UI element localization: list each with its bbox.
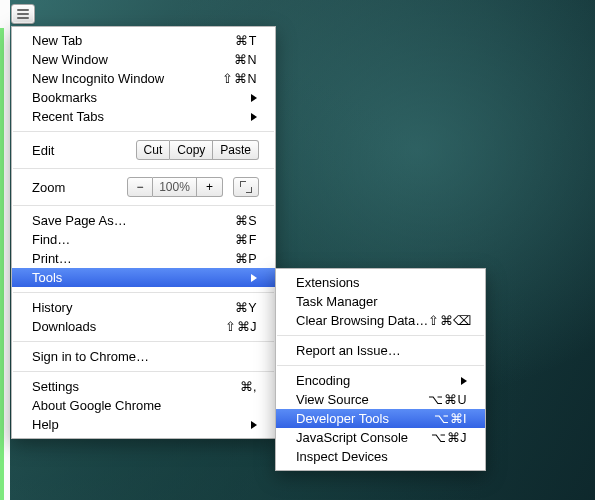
menu-item-bookmarks[interactable]: Bookmarks [12,88,275,107]
chevron-right-icon [251,421,257,429]
menu-item-print[interactable]: Print… ⌘P [12,249,275,268]
shortcut: ⌥⌘U [428,392,467,407]
chevron-right-icon [251,274,257,282]
label: About Google Chrome [32,398,257,413]
shortcut: ⌘Y [235,300,257,315]
edit-button-group: Cut Copy Paste [136,140,259,160]
submenu-item-extensions[interactable]: Extensions [276,273,485,292]
menu-item-help[interactable]: Help [12,415,275,434]
cut-button[interactable]: Cut [136,140,171,160]
label: Report an Issue… [296,343,467,358]
label: Bookmarks [32,90,251,105]
menu-separator [13,168,274,169]
shortcut: ⌥⌘I [434,411,467,426]
menu-item-sign-in[interactable]: Sign in to Chrome… [12,347,275,366]
copy-button[interactable]: Copy [170,140,213,160]
menu-item-find[interactable]: Find… ⌘F [12,230,275,249]
label: Find… [32,232,235,247]
shortcut: ⇧⌘N [222,71,257,86]
label: Task Manager [296,294,467,309]
label: Tools [32,270,251,285]
label: Zoom [32,180,127,195]
label: New Window [32,52,234,67]
label: Settings [32,379,240,394]
chevron-right-icon [461,377,467,385]
label: Help [32,417,251,432]
zoom-level: 100% [153,177,197,197]
shortcut: ⌘N [234,52,257,67]
menu-separator [13,341,274,342]
fullscreen-icon [241,182,251,192]
label: New Incognito Window [32,71,222,86]
menu-separator [13,292,274,293]
shortcut: ⌘, [240,379,257,394]
label: Inspect Devices [296,449,467,464]
label: Extensions [296,275,467,290]
chevron-right-icon [251,113,257,121]
menu-item-tools[interactable]: Tools [12,268,275,287]
chrome-main-menu: New Tab ⌘T New Window ⌘N New Incognito W… [11,26,276,439]
label: JavaScript Console [296,430,431,445]
submenu-item-encoding[interactable]: Encoding [276,371,485,390]
menu-separator [13,371,274,372]
label: Sign in to Chrome… [32,349,257,364]
submenu-item-view-source[interactable]: View Source ⌥⌘U [276,390,485,409]
submenu-item-inspect-devices[interactable]: Inspect Devices [276,447,485,466]
chrome-menu-button[interactable] [11,4,35,24]
label: Developer Tools [296,411,434,426]
shortcut: ⌘F [235,232,257,247]
menu-item-history[interactable]: History ⌘Y [12,298,275,317]
menu-separator [277,335,484,336]
label: Edit [32,143,136,158]
shortcut: ⇧⌘⌫ [428,313,472,328]
label: Clear Browsing Data… [296,313,428,328]
menu-item-save-page[interactable]: Save Page As… ⌘S [12,211,275,230]
label: History [32,300,235,315]
label: View Source [296,392,428,407]
submenu-item-clear-browsing-data[interactable]: Clear Browsing Data… ⇧⌘⌫ [276,311,485,330]
menu-item-new-tab[interactable]: New Tab ⌘T [12,31,275,50]
label: New Tab [32,33,235,48]
submenu-item-javascript-console[interactable]: JavaScript Console ⌥⌘J [276,428,485,447]
menu-row-edit: Edit Cut Copy Paste [12,137,275,163]
menu-item-recent-tabs[interactable]: Recent Tabs [12,107,275,126]
menu-item-new-window[interactable]: New Window ⌘N [12,50,275,69]
shortcut: ⌘T [235,33,257,48]
label: Downloads [32,319,225,334]
label: Save Page As… [32,213,235,228]
chevron-right-icon [251,94,257,102]
paste-button[interactable]: Paste [213,140,259,160]
menu-separator [277,365,484,366]
tools-submenu: Extensions Task Manager Clear Browsing D… [275,268,486,471]
menu-item-settings[interactable]: Settings ⌘, [12,377,275,396]
menu-row-zoom: Zoom − 100% + [12,174,275,200]
zoom-in-button[interactable]: + [197,177,223,197]
shortcut: ⌘P [235,251,257,266]
menu-item-about[interactable]: About Google Chrome [12,396,275,415]
submenu-item-task-manager[interactable]: Task Manager [276,292,485,311]
menu-item-new-incognito[interactable]: New Incognito Window ⇧⌘N [12,69,275,88]
page-edge [0,28,4,500]
shortcut: ⌥⌘J [431,430,467,445]
menu-separator [13,131,274,132]
submenu-item-developer-tools[interactable]: Developer Tools ⌥⌘I [276,409,485,428]
hamburger-icon [17,9,29,11]
label: Encoding [296,373,461,388]
label: Recent Tabs [32,109,251,124]
menu-item-downloads[interactable]: Downloads ⇧⌘J [12,317,275,336]
menu-separator [13,205,274,206]
zoom-out-button[interactable]: − [127,177,153,197]
label: Print… [32,251,235,266]
shortcut: ⌘S [235,213,257,228]
submenu-item-report-issue[interactable]: Report an Issue… [276,341,485,360]
zoom-button-group: − 100% + [127,177,223,197]
shortcut: ⇧⌘J [225,319,257,334]
fullscreen-button[interactable] [233,177,259,197]
